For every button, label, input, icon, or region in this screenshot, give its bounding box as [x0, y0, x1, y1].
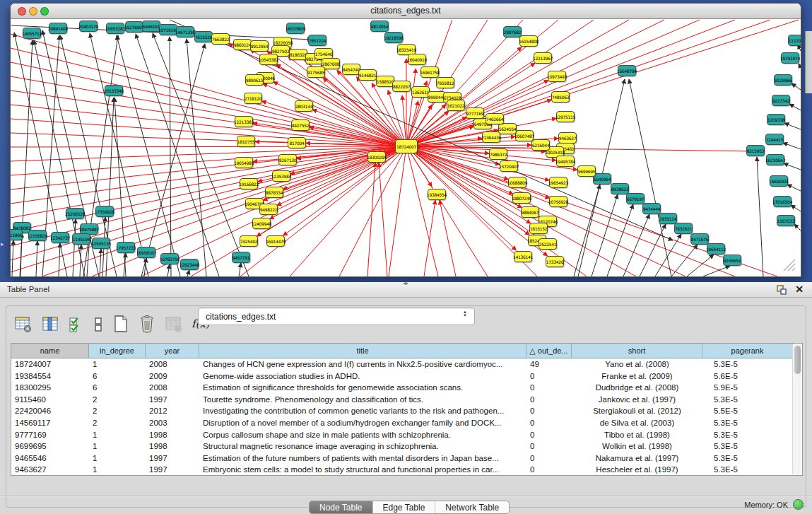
- graph-node[interactable]: 1145194: [72, 233, 90, 245]
- graph-node[interactable]: 5624554: [498, 123, 517, 134]
- graph-node[interactable]: 17359928: [95, 206, 114, 217]
- graph-node[interactable]: 8427552: [291, 119, 310, 131]
- graph-node[interactable]: 7615526: [194, 31, 213, 42]
- graph-node[interactable]: 16154808: [519, 35, 538, 47]
- graph-node[interactable]: 8822037: [392, 81, 411, 92]
- graph-node[interactable]: 20403170: [79, 21, 98, 32]
- table-row[interactable]: 946362711997Embryonic stem cells: a mode…: [11, 464, 802, 476]
- graph-node[interactable]: 3915906: [10, 229, 23, 240]
- graph-node[interactable]: 9146821: [358, 69, 377, 81]
- graph-node[interactable]: 1244415: [765, 134, 784, 145]
- float-panel-icon[interactable]: [777, 285, 787, 295]
- graph-node[interactable]: 16914479: [266, 235, 285, 247]
- graph-node[interactable]: 19495784: [556, 156, 575, 167]
- graph-node[interactable]: 1621022: [447, 100, 465, 111]
- graph-node[interactable]: 12353584: [272, 170, 290, 182]
- graph-node[interactable]: 10543382: [259, 54, 278, 65]
- delete-rows-icon[interactable]: [139, 315, 155, 333]
- graph-node[interactable]: 15751074: [781, 52, 799, 64]
- graph-node[interactable]: 1640954: [593, 173, 611, 185]
- table-settings-icon[interactable]: [15, 315, 33, 333]
- close-panel-icon[interactable]: ✕: [795, 284, 804, 295]
- graph-node[interactable]: 12923448: [180, 259, 199, 270]
- graph-node[interactable]: 18807249: [512, 192, 531, 204]
- graph-node[interactable]: 2887682: [503, 26, 522, 37]
- graph-node[interactable]: 12505135: [92, 238, 110, 249]
- table-row[interactable]: 977716911998Corpus callosum shape and si…: [11, 429, 802, 441]
- window-titlebar[interactable]: citations_edges.txt: [11, 4, 801, 19]
- graph-node[interactable]: 9245652: [723, 255, 741, 266]
- column-header-out_de[interactable]: △ out_de...: [526, 344, 572, 358]
- graph-node[interactable]: 1167533: [777, 215, 795, 226]
- graph-node[interactable]: 21364436: [482, 132, 500, 143]
- table-row[interactable]: 1830029562008Estimation of significance …: [11, 382, 802, 394]
- graph-node[interactable]: 10756928: [549, 196, 567, 207]
- graph-node[interactable]: 9175685: [307, 66, 325, 78]
- graph-node[interactable]: 12409948: [252, 218, 271, 229]
- graph-node[interactable]: 10607487: [515, 130, 534, 141]
- graph-node[interactable]: 12342737: [51, 232, 69, 243]
- graph-node[interactable]: 10973493: [548, 71, 566, 82]
- graph-node[interactable]: 16640910: [408, 54, 426, 65]
- graph-node[interactable]: 1615152: [529, 223, 548, 234]
- graph-node[interactable]: 8938923: [611, 183, 629, 194]
- show-column-icon[interactable]: [42, 315, 59, 333]
- column-header-in_degree[interactable]: in_degree: [89, 344, 146, 358]
- graph-node[interactable]: 9890615: [245, 74, 264, 86]
- graph-node[interactable]: 9129966: [774, 74, 792, 86]
- graph-node[interactable]: 17957233: [117, 242, 135, 253]
- graph-node[interactable]: 12975115: [556, 111, 575, 122]
- graph-node[interactable]: 7485063: [551, 91, 570, 103]
- graph-node[interactable]: 6679197: [626, 193, 645, 204]
- table-row[interactable]: 1456911722003Disruption of a novel membe…: [11, 417, 802, 429]
- graph-node[interactable]: 9860124: [233, 39, 252, 50]
- graph-node[interactable]: 1733426: [546, 256, 564, 267]
- graph-node[interactable]: 817004: [288, 137, 306, 148]
- graph-node[interactable]: 18300295: [367, 151, 386, 163]
- graph-node[interactable]: 19654923: [549, 177, 567, 188]
- graph-node[interactable]: 17016504: [773, 196, 792, 207]
- row-height-icon[interactable]: [93, 315, 103, 333]
- graph-node[interactable]: 20891406: [49, 23, 67, 34]
- graph-node[interactable]: 19166822: [240, 178, 258, 189]
- new-table-icon[interactable]: [112, 315, 129, 333]
- graph-node[interactable]: 9227342: [772, 95, 790, 106]
- graph-node[interactable]: 9474444: [642, 203, 661, 214]
- table-row[interactable]: 969969511998Structural magnetic resonanc…: [11, 440, 802, 452]
- graph-node[interactable]: 7955812: [436, 77, 454, 88]
- table-dropdown[interactable]: citations_edges.txt ▲▼: [198, 308, 475, 325]
- graph-node[interactable]: 19218596: [384, 32, 403, 43]
- graph-node[interactable]: 7462664: [486, 113, 504, 124]
- graph-node[interactable]: 19654985: [235, 157, 253, 168]
- graph-node[interactable]: 12213383: [235, 116, 253, 127]
- graph-node[interactable]: 8471676: [690, 233, 709, 245]
- graph-node[interactable]: 16782759: [160, 253, 179, 264]
- column-header-name[interactable]: name: [11, 344, 89, 358]
- graph-node[interactable]: 7857224: [308, 35, 326, 46]
- graph-node[interactable]: 2522541: [539, 238, 557, 250]
- graph-node[interactable]: 8267130: [278, 154, 297, 165]
- graph-node[interactable]: 8878334: [265, 187, 283, 198]
- graph-node[interactable]: 19384554: [428, 189, 446, 200]
- graph-node[interactable]: 10653287: [106, 23, 124, 34]
- panel-splitter-handle[interactable]: ◂▸: [403, 280, 408, 286]
- graph-node[interactable]: 16961758: [420, 66, 439, 78]
- column-header-year[interactable]: year: [146, 344, 199, 358]
- resize-grip[interactable]: [781, 257, 796, 272]
- graph-node[interactable]: 2935114: [659, 213, 677, 224]
- graph-node[interactable]: 7986372: [489, 148, 507, 160]
- graph-node[interactable]: 10688809: [508, 177, 526, 188]
- graph-node[interactable]: 16958107: [137, 247, 155, 258]
- graph-node[interactable]: 2718120: [244, 93, 262, 104]
- graph-node[interactable]: 9699695: [577, 165, 596, 177]
- table-row[interactable]: 1872400712008Changes of HCN gene express…: [11, 358, 802, 370]
- graph-node[interactable]: 1209338: [767, 114, 785, 125]
- graph-hub-node[interactable]: 18724007: [395, 139, 418, 153]
- graph-node[interactable]: 25206526: [66, 208, 84, 219]
- graph-node[interactable]: 12156829: [28, 230, 47, 241]
- graph-node[interactable]: 15692931: [770, 175, 788, 187]
- graph-node[interactable]: 9457791: [232, 252, 250, 263]
- table-row[interactable]: 2242004622012Investigating the contribut…: [11, 405, 802, 417]
- graph-node[interactable]: 16033809: [286, 23, 305, 34]
- graph-node[interactable]: 9498222: [259, 204, 278, 215]
